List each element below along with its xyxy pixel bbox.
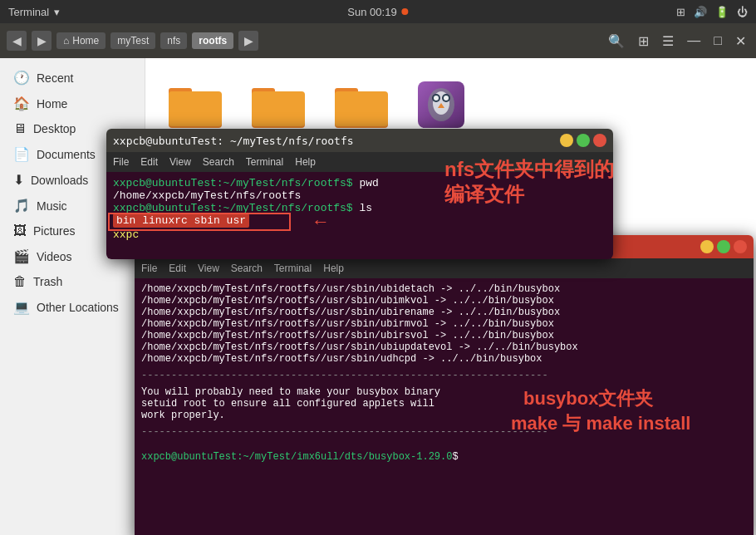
term2-line6: /home/xxpcb/myTest/nfs/rootfs//usr/sbin/…: [141, 341, 747, 353]
forward-button[interactable]: ▶: [32, 31, 52, 51]
videos-icon: 🎬: [13, 248, 30, 264]
maximize-window-button[interactable]: □: [710, 30, 725, 52]
sidebar-item-home[interactable]: 🏠 Home: [0, 91, 145, 116]
term2-sep1: ----------------------------------------…: [141, 370, 747, 381]
terminal2-close-btn[interactable]: ✕: [734, 240, 747, 253]
terminal1-title: xxpcb@ubuntuTest: ~/myTest/nfs/rootfs: [113, 135, 354, 147]
trash-icon: 🗑: [13, 274, 27, 289]
term2-menu-help[interactable]: Help: [323, 263, 344, 274]
battery-icon: 🔋: [715, 6, 729, 18]
folder-usr-icon: [335, 81, 388, 128]
minimize-window-button[interactable]: —: [684, 30, 704, 52]
term1-line2: /home/xxpcb/myTest/nfs/rootfs: [113, 189, 606, 202]
term1-menu-view[interactable]: View: [169, 156, 191, 168]
term2-line3: /home/xxpcb/myTest/nfs/rootfs//usr/sbin/…: [141, 307, 747, 318]
terminal1-titlebar: xxpcb@ubuntuTest: ~/myTest/nfs/rootfs – …: [106, 129, 613, 152]
term2-line7: /home/xxpcb/myTest/nfs/rootfs//usr/sbin/…: [141, 353, 747, 365]
term2-menu-search[interactable]: Search: [231, 263, 263, 274]
other-locations-icon: 💻: [13, 299, 30, 315]
back-button[interactable]: ◀: [7, 31, 27, 51]
term2-line1: /home/xxpcb/myTest/nfs/rootfs//usr/sbin/…: [141, 283, 747, 295]
grid-view-button[interactable]: ⊞: [635, 30, 652, 52]
network-dot-icon: [402, 8, 409, 15]
music-icon: 🎵: [13, 198, 30, 214]
terminal-window-2: xxpcb@ubuntuTest: ~/myTest/imx6ull/dts/b…: [135, 235, 754, 535]
term2-menu-view[interactable]: View: [198, 263, 219, 274]
terminal1-minimize-btn[interactable]: –: [560, 134, 573, 147]
term1-line1: xxpcb@ubuntuTest:~/myTest/nfs/rootfs$ pw…: [113, 177, 606, 189]
sidebar-item-other-locations[interactable]: 💻 Other Locations: [0, 294, 145, 320]
home-button[interactable]: ⌂ ⌂ Home Home: [56, 32, 106, 49]
breadcrumb-nfs[interactable]: nfs: [160, 32, 187, 49]
term1-line3: xxpcb@ubuntuTest:~/myTest/nfs/rootfs$ ls: [113, 202, 606, 214]
sidebar-item-trash[interactable]: 🗑 Trash: [0, 269, 145, 294]
menu-button[interactable]: ☰: [659, 30, 677, 52]
terminal1-maximize-btn[interactable]: □: [577, 134, 590, 147]
linuxrc-file-icon: [418, 81, 464, 128]
pictures-icon: 🖼: [13, 223, 27, 238]
terminal2-menubar: File Edit View Search Terminal Help: [135, 258, 754, 278]
term2-menu-file[interactable]: File: [141, 263, 157, 274]
svg-rect-5: [252, 91, 305, 126]
term1-menu-search[interactable]: Search: [203, 156, 234, 168]
folder-bin-icon: [169, 81, 222, 128]
term1-menu-edit[interactable]: Edit: [140, 156, 158, 168]
fm-toolbar: ◀ ▶ ⌂ ⌂ Home Home myTest nfs rootfs ▶ 🔍 …: [0, 23, 756, 58]
term2-line10: work properly.: [141, 410, 747, 421]
term2-line8: You will probably need to make your busy…: [141, 386, 747, 398]
breadcrumb-forward-btn[interactable]: ▶: [238, 31, 258, 51]
term1-menu-file[interactable]: File: [113, 156, 129, 168]
term2-line4: /home/xxpcb/myTest/nfs/rootfs//usr/sbin/…: [141, 318, 747, 330]
term1-highlight-line: bin linuxrc sbin usr: [113, 214, 606, 227]
search-button[interactable]: 🔍: [605, 30, 628, 52]
terminal1-close-btn[interactable]: ✕: [593, 134, 606, 147]
home-sidebar-icon: 🏠: [13, 96, 30, 111]
downloads-icon: ⬇: [13, 172, 24, 188]
terminal2-minimize-btn[interactable]: –: [700, 240, 714, 253]
svg-rect-2: [169, 91, 222, 126]
close-window-button[interactable]: ✕: [732, 30, 749, 52]
network-icon: ⊞: [676, 6, 685, 18]
breadcrumb-rootfs[interactable]: rootfs: [192, 32, 233, 49]
desktop-icon: 🖥: [13, 121, 27, 136]
recent-icon: 🕐: [13, 70, 30, 86]
term1-menu-terminal[interactable]: Terminal: [246, 156, 283, 168]
app-name-label: Terminal: [8, 6, 49, 18]
term2-line2: /home/xxpcb/myTest/nfs/rootfs//usr/sbin/…: [141, 295, 747, 307]
term2-line5: /home/xxpcb/myTest/nfs/rootfs//usr/sbin/…: [141, 330, 747, 341]
system-bar: Terminal ▾ Sun 00:19 ⊞ 🔊 🔋 ⏻: [0, 0, 756, 23]
terminal2-body: /home/xxpcb/myTest/nfs/rootfs//usr/sbin/…: [135, 278, 754, 535]
term2-menu-terminal[interactable]: Terminal: [274, 263, 312, 274]
svg-point-15: [444, 96, 449, 101]
terminal-window-1: xxpcb@ubuntuTest: ~/myTest/nfs/rootfs – …: [106, 129, 613, 259]
terminal1-body: xxpcb@ubuntuTest:~/myTest/nfs/rootfs$ pw…: [106, 172, 613, 259]
svg-rect-8: [335, 91, 388, 126]
term1-menu-help[interactable]: Help: [295, 156, 316, 168]
volume-icon: 🔊: [694, 6, 707, 18]
clock-label: Sun 00:19: [347, 6, 396, 18]
home-icon: ⌂: [63, 35, 69, 47]
term2-menu-edit[interactable]: Edit: [169, 263, 186, 274]
sidebar-item-recent[interactable]: 🕐 Recent: [0, 65, 145, 91]
documents-icon: 📄: [13, 146, 30, 162]
svg-point-14: [434, 96, 439, 101]
folder-sbin-icon: [252, 81, 305, 128]
terminal1-menubar: File Edit View Search Terminal Help: [106, 152, 613, 172]
dropdown-icon[interactable]: ▾: [54, 6, 60, 18]
terminal2-maximize-btn[interactable]: □: [717, 240, 730, 253]
term2-line9: setuid root to ensure all configured app…: [141, 398, 747, 410]
power-icon: ⏻: [737, 6, 748, 18]
term2-final-prompt: xxpcb@ubuntuTest:~/myTest/imx6ull/dts/bu…: [141, 451, 747, 463]
breadcrumb-mytest[interactable]: myTest: [110, 32, 155, 49]
term2-sep2: ----------------------------------------…: [141, 426, 747, 438]
term1-line5: xxpc: [113, 228, 606, 241]
